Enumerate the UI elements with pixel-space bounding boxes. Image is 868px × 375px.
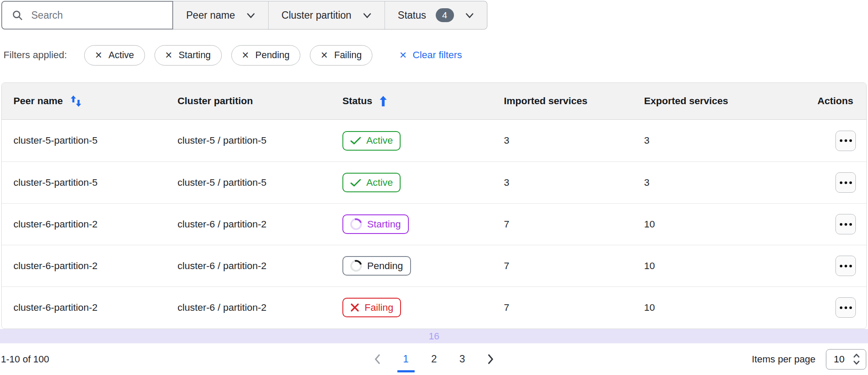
page-button-2[interactable]: 2	[420, 343, 448, 375]
table-header-row: Peer name Cluster partition Status Impor…	[2, 83, 866, 120]
sort-asc-icon	[378, 95, 388, 107]
actions-menu-button[interactable]	[835, 214, 856, 234]
cell-peer-name: cluster-6-partition-2	[2, 219, 178, 230]
column-header-actions: Actions	[774, 95, 866, 107]
applied-filters-bar: Filters applied: × Active × Starting × P…	[3, 45, 868, 66]
page-button-1[interactable]: 1	[392, 343, 420, 375]
column-header-status[interactable]: Status	[342, 95, 504, 107]
dropdown-label: Peer name	[186, 10, 235, 21]
column-header-peer-name[interactable]: Peer name	[2, 95, 178, 108]
cell-imported-services: 7	[504, 302, 644, 313]
filter-dropdown-status[interactable]: Status 4	[385, 1, 487, 29]
ellipsis-icon	[840, 181, 842, 184]
ellipsis-icon	[845, 306, 847, 309]
partial-row-value: 16	[429, 331, 439, 342]
filter-dropdown-peer-name[interactable]: Peer name	[173, 1, 268, 29]
cell-exported-services: 10	[644, 302, 774, 313]
cell-peer-name: cluster-5-partition-5	[2, 177, 178, 188]
actions-menu-button[interactable]	[835, 172, 856, 193]
filter-chip-pending[interactable]: × Pending	[231, 45, 301, 66]
cell-exported-services: 3	[644, 135, 774, 146]
table-row: cluster-6-partition-2 cluster-6 / partit…	[2, 245, 866, 286]
filter-chip-active[interactable]: × Active	[84, 45, 145, 66]
ellipsis-icon	[845, 139, 847, 142]
column-header-label: Cluster partition	[178, 95, 253, 107]
chip-remove-icon[interactable]: ×	[242, 49, 249, 61]
prev-page-button[interactable]	[364, 343, 392, 375]
ellipsis-icon	[840, 306, 842, 309]
pagination-footer: 1-10 of 100 1 2 3 Items per page 10	[0, 343, 868, 375]
cell-actions	[774, 172, 866, 193]
actions-menu-button[interactable]	[835, 131, 856, 151]
column-header-exported-services: Exported services	[644, 95, 774, 107]
cell-imported-services: 7	[504, 219, 644, 230]
items-per-page-label: Items per page	[752, 354, 815, 365]
chevron-down-icon	[247, 13, 255, 18]
spinner-icon	[348, 216, 364, 232]
search-icon	[12, 10, 23, 21]
column-header-label: Imported services	[504, 95, 588, 107]
dropdown-label: Status	[398, 10, 426, 21]
filter-chip-failing[interactable]: × Failing	[310, 45, 372, 66]
cell-cluster-partition: cluster-6 / partition-2	[178, 302, 342, 313]
table-row: cluster-5-partition-5 cluster-5 / partit…	[2, 120, 866, 161]
table-row: cluster-5-partition-5 cluster-5 / partit…	[2, 161, 866, 203]
column-header-label: Peer name	[13, 95, 63, 107]
cell-peer-name: cluster-6-partition-2	[2, 260, 178, 272]
search-input[interactable]	[31, 10, 161, 21]
actions-menu-button[interactable]	[835, 297, 856, 318]
status-badge-active: Active	[342, 131, 401, 151]
chip-remove-icon[interactable]: ×	[321, 49, 328, 61]
table-row: cluster-6-partition-2 cluster-6 / partit…	[2, 203, 866, 245]
filter-chip-starting[interactable]: × Starting	[155, 45, 222, 66]
actions-menu-button[interactable]	[835, 256, 856, 276]
cell-actions	[774, 131, 866, 151]
cell-cluster-partition: cluster-6 / partition-2	[178, 260, 342, 272]
close-icon: ×	[399, 49, 406, 61]
ellipsis-icon	[845, 181, 847, 184]
sort-both-icon[interactable]	[69, 95, 83, 108]
x-icon	[350, 303, 359, 312]
chip-label: Active	[108, 50, 134, 61]
check-icon	[350, 136, 361, 145]
cell-cluster-partition: cluster-5 / partition-5	[178, 177, 342, 188]
column-header-imported-services: Imported services	[504, 95, 644, 107]
next-page-button[interactable]	[477, 343, 505, 375]
cell-cluster-partition: cluster-5 / partition-5	[178, 135, 342, 146]
dropdown-label: Cluster partition	[282, 10, 352, 21]
pagination-nav: 1 2 3	[364, 343, 505, 375]
items-per-page-select[interactable]: 10	[826, 349, 866, 369]
check-icon	[350, 178, 361, 187]
filter-dropdown-cluster-partition[interactable]: Cluster partition	[268, 1, 385, 29]
partial-row-highlight: 16	[0, 329, 868, 343]
clear-filters-button[interactable]: × Clear filters	[399, 49, 462, 61]
chip-remove-icon[interactable]: ×	[165, 49, 172, 61]
items-per-page: Items per page 10	[752, 349, 866, 369]
page-button-3[interactable]: 3	[448, 343, 477, 375]
cell-imported-services: 7	[504, 260, 644, 272]
ellipsis-icon	[845, 223, 847, 226]
filter-toolbar: Peer name Cluster partition Status 4	[1, 1, 487, 30]
stepper-icon	[853, 353, 860, 365]
cell-actions	[774, 297, 866, 318]
cell-status: Pending	[342, 256, 504, 276]
chip-label: Failing	[334, 50, 362, 61]
status-label: Active	[366, 177, 393, 188]
cell-exported-services: 10	[644, 219, 774, 230]
cell-status: Active	[342, 173, 504, 192]
status-badge-failing: Failing	[342, 298, 401, 317]
cell-status: Active	[342, 131, 504, 151]
chip-remove-icon[interactable]: ×	[95, 49, 102, 61]
filters-applied-label: Filters applied:	[3, 49, 67, 61]
search-box[interactable]	[1, 1, 173, 30]
cell-peer-name: cluster-5-partition-5	[2, 135, 178, 146]
column-header-label: Actions	[817, 95, 853, 107]
column-header-label: Exported services	[644, 95, 728, 107]
spinner-icon	[348, 258, 364, 274]
ellipsis-icon	[840, 265, 842, 267]
cell-status: Starting	[342, 214, 504, 234]
status-count-badge: 4	[436, 8, 454, 22]
ellipsis-icon	[849, 306, 852, 309]
cell-imported-services: 3	[504, 135, 644, 146]
cell-peer-name: cluster-6-partition-2	[2, 302, 178, 313]
